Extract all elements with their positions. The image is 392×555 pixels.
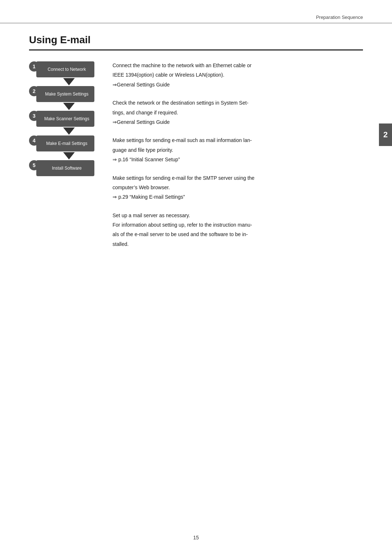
step-number: 4 bbox=[29, 135, 39, 146]
desc-block: Connect the machine to the network with … bbox=[113, 61, 363, 99]
step-box: Connect to Network bbox=[36, 61, 94, 77]
step-number: 5 bbox=[29, 160, 39, 170]
descriptions-column: Connect the machine to the network with … bbox=[113, 61, 363, 258]
desc-line: als of the e-mail server to be used and … bbox=[113, 230, 363, 238]
step-arrow bbox=[63, 152, 75, 159]
step-header: 5Install Software bbox=[29, 160, 102, 176]
desc-line: For information about setting up, refer … bbox=[113, 221, 363, 229]
desc-line: computer’s Web browser. bbox=[113, 183, 363, 191]
desc-block: Check the network or the destination set… bbox=[113, 99, 363, 136]
arrow-down-icon bbox=[63, 152, 75, 159]
desc-line: Connect the machine to the network with … bbox=[113, 61, 363, 69]
step-item: 2Make System Settings bbox=[29, 86, 102, 111]
step-number: 2 bbox=[29, 86, 39, 96]
arrow-down-icon bbox=[63, 78, 75, 85]
step-box: Make System Settings bbox=[36, 86, 94, 102]
desc-line: Set up a mail server as necessary. bbox=[113, 211, 363, 219]
arrow-down-icon bbox=[63, 103, 75, 110]
steps-column: 1Connect to Network2Make System Settings… bbox=[29, 61, 102, 176]
desc-line: stalled. bbox=[113, 240, 363, 248]
page-content: Using E-mail 1Connect to Network2Make Sy… bbox=[0, 23, 392, 280]
step-item: 5Install Software bbox=[29, 160, 102, 176]
desc-line: tings, and change if required. bbox=[113, 109, 363, 117]
step-box: Install Software bbox=[36, 160, 94, 176]
section-title: Using E-mail bbox=[29, 34, 363, 50]
desc-line: IEEE 1394(option) cable or Wireless LAN(… bbox=[113, 71, 363, 79]
step-arrow bbox=[63, 78, 75, 85]
step-item: 3Make Scanner Settings bbox=[29, 111, 102, 135]
step-arrow bbox=[63, 103, 75, 110]
desc-line: ⇒ p.29 “Making E-mail Settings” bbox=[113, 193, 363, 201]
step-header: 4Make E-mail Settings bbox=[29, 135, 102, 151]
step-arrow bbox=[63, 127, 75, 135]
step-item: 1Connect to Network bbox=[29, 61, 102, 86]
desc-line: Check the network or the destination set… bbox=[113, 99, 363, 107]
desc-line: ⇒General Settings Guide bbox=[113, 81, 363, 89]
page-header: Preparation Sequence bbox=[0, 0, 392, 23]
step-box: Make Scanner Settings bbox=[36, 111, 94, 127]
step-box: Make E-mail Settings bbox=[36, 135, 94, 151]
desc-line: Make settings for sending e-mail for the… bbox=[113, 174, 363, 182]
page-number: 15 bbox=[0, 535, 392, 540]
step-number: 1 bbox=[29, 61, 39, 72]
step-header: 2Make System Settings bbox=[29, 86, 102, 102]
header-text: Preparation Sequence bbox=[316, 15, 363, 20]
step-number: 3 bbox=[29, 111, 39, 121]
steps-layout: 1Connect to Network2Make System Settings… bbox=[29, 61, 363, 258]
desc-block: Make settings for sending e-mail for the… bbox=[113, 174, 363, 211]
chapter-tab: 2 bbox=[379, 123, 392, 146]
step-header: 1Connect to Network bbox=[29, 61, 102, 77]
desc-block: Make settings for sending e-mail such as… bbox=[113, 136, 363, 174]
step-item: 4Make E-mail Settings bbox=[29, 135, 102, 160]
desc-block: Set up a mail server as necessary.For in… bbox=[113, 211, 363, 259]
desc-line: Make settings for sending e-mail such as… bbox=[113, 136, 363, 144]
desc-line: guage and file type priority. bbox=[113, 146, 363, 154]
desc-line: ⇒General Settings Guide bbox=[113, 118, 363, 126]
step-header: 3Make Scanner Settings bbox=[29, 111, 102, 127]
desc-line: ⇒ p.16 “Initial Scanner Setup” bbox=[113, 155, 363, 163]
arrow-down-icon bbox=[63, 127, 75, 135]
